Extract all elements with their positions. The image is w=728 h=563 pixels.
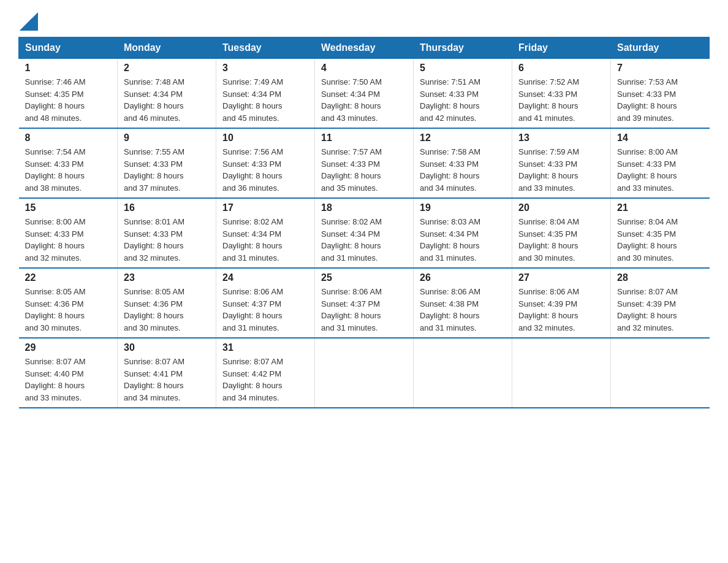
calendar-cell: 1 Sunrise: 7:46 AMSunset: 4:35 PMDayligh… — [19, 59, 118, 129]
calendar-cell: 13 Sunrise: 7:59 AMSunset: 4:33 PMDaylig… — [512, 128, 611, 198]
calendar-cell: 10 Sunrise: 7:56 AMSunset: 4:33 PMDaylig… — [216, 128, 315, 198]
day-info: Sunrise: 7:56 AMSunset: 4:33 PMDaylight:… — [222, 147, 283, 193]
calendar-cell: 29 Sunrise: 8:07 AMSunset: 4:40 PMDaylig… — [19, 338, 118, 408]
day-info: Sunrise: 8:00 AMSunset: 4:33 PMDaylight:… — [617, 147, 678, 193]
day-number: 4 — [321, 63, 407, 74]
day-number: 2 — [124, 63, 210, 74]
calendar-cell — [315, 338, 414, 408]
day-number: 22 — [25, 272, 112, 283]
calendar-cell: 19 Sunrise: 8:03 AMSunset: 4:34 PMDaylig… — [414, 198, 512, 268]
day-number: 15 — [25, 202, 112, 213]
col-wednesday: Wednesday — [315, 37, 414, 59]
day-info: Sunrise: 8:06 AMSunset: 4:39 PMDaylight:… — [518, 287, 579, 332]
calendar-header-row: Sunday Monday Tuesday Wednesday Thursday… — [19, 37, 710, 59]
calendar-cell: 31 Sunrise: 8:07 AMSunset: 4:42 PMDaylig… — [216, 338, 315, 408]
day-number: 14 — [617, 132, 703, 144]
day-number: 6 — [518, 63, 604, 74]
day-number: 10 — [222, 132, 308, 144]
calendar-week-row: 15 Sunrise: 8:00 AMSunset: 4:33 PMDaylig… — [19, 198, 710, 268]
day-info: Sunrise: 8:02 AMSunset: 4:34 PMDaylight:… — [222, 217, 283, 262]
calendar-cell: 20 Sunrise: 8:04 AMSunset: 4:35 PMDaylig… — [512, 198, 611, 268]
day-number: 24 — [222, 272, 308, 283]
day-info: Sunrise: 7:59 AMSunset: 4:33 PMDaylight:… — [518, 147, 579, 193]
day-info: Sunrise: 7:53 AMSunset: 4:33 PMDaylight:… — [617, 77, 678, 123]
logo — [18, 12, 39, 31]
day-info: Sunrise: 8:01 AMSunset: 4:33 PMDaylight:… — [124, 217, 184, 262]
col-sunday: Sunday — [19, 37, 118, 59]
calendar-week-row: 22 Sunrise: 8:05 AMSunset: 4:36 PMDaylig… — [19, 268, 710, 338]
day-number: 30 — [124, 342, 210, 353]
day-number: 18 — [321, 202, 407, 213]
day-number: 9 — [124, 132, 210, 144]
calendar-cell: 6 Sunrise: 7:52 AMSunset: 4:33 PMDayligh… — [512, 59, 611, 129]
calendar-cell: 22 Sunrise: 8:05 AMSunset: 4:36 PMDaylig… — [19, 268, 118, 338]
col-friday: Friday — [512, 37, 611, 59]
calendar-cell: 21 Sunrise: 8:04 AMSunset: 4:35 PMDaylig… — [611, 198, 710, 268]
day-info: Sunrise: 8:04 AMSunset: 4:35 PMDaylight:… — [518, 217, 579, 262]
calendar-cell: 3 Sunrise: 7:49 AMSunset: 4:34 PMDayligh… — [216, 59, 315, 129]
day-info: Sunrise: 8:07 AMSunset: 4:40 PMDaylight:… — [25, 357, 86, 402]
day-number: 21 — [617, 202, 703, 213]
day-info: Sunrise: 7:51 AMSunset: 4:33 PMDaylight:… — [420, 77, 480, 123]
day-info: Sunrise: 8:02 AMSunset: 4:34 PMDaylight:… — [321, 217, 382, 262]
calendar-week-row: 29 Sunrise: 8:07 AMSunset: 4:40 PMDaylig… — [19, 338, 710, 408]
page-header — [18, 12, 710, 31]
calendar-cell: 11 Sunrise: 7:57 AMSunset: 4:33 PMDaylig… — [315, 128, 414, 198]
day-number: 27 — [518, 272, 604, 283]
calendar-cell: 25 Sunrise: 8:06 AMSunset: 4:37 PMDaylig… — [315, 268, 414, 338]
calendar-cell — [512, 338, 611, 408]
day-number: 28 — [617, 272, 703, 283]
calendar-cell: 2 Sunrise: 7:48 AMSunset: 4:34 PMDayligh… — [118, 59, 216, 129]
calendar-cell: 16 Sunrise: 8:01 AMSunset: 4:33 PMDaylig… — [118, 198, 216, 268]
calendar-week-row: 8 Sunrise: 7:54 AMSunset: 4:33 PMDayligh… — [19, 128, 710, 198]
day-number: 31 — [222, 342, 308, 353]
day-number: 20 — [518, 202, 604, 213]
calendar-cell: 17 Sunrise: 8:02 AMSunset: 4:34 PMDaylig… — [216, 198, 315, 268]
day-info: Sunrise: 8:00 AMSunset: 4:33 PMDaylight:… — [25, 217, 86, 262]
svg-marker-1 — [20, 18, 32, 31]
calendar-cell: 12 Sunrise: 7:58 AMSunset: 4:33 PMDaylig… — [414, 128, 512, 198]
day-number: 13 — [518, 132, 604, 144]
day-number: 7 — [617, 63, 703, 74]
day-info: Sunrise: 8:06 AMSunset: 4:37 PMDaylight:… — [321, 287, 382, 332]
day-info: Sunrise: 8:07 AMSunset: 4:42 PMDaylight:… — [222, 357, 283, 402]
day-number: 29 — [25, 342, 112, 353]
day-info: Sunrise: 8:04 AMSunset: 4:35 PMDaylight:… — [617, 217, 678, 262]
day-number: 17 — [222, 202, 308, 213]
calendar-cell: 7 Sunrise: 7:53 AMSunset: 4:33 PMDayligh… — [611, 59, 710, 129]
day-info: Sunrise: 8:05 AMSunset: 4:36 PMDaylight:… — [25, 287, 86, 332]
day-info: Sunrise: 7:46 AMSunset: 4:35 PMDaylight:… — [25, 77, 86, 123]
logo-icon — [20, 12, 38, 31]
calendar-cell: 15 Sunrise: 8:00 AMSunset: 4:33 PMDaylig… — [19, 198, 118, 268]
day-info: Sunrise: 7:55 AMSunset: 4:33 PMDaylight:… — [124, 147, 184, 193]
day-number: 1 — [25, 63, 112, 74]
day-number: 8 — [25, 132, 112, 144]
calendar-cell: 27 Sunrise: 8:06 AMSunset: 4:39 PMDaylig… — [512, 268, 611, 338]
calendar-cell: 5 Sunrise: 7:51 AMSunset: 4:33 PMDayligh… — [414, 59, 512, 129]
day-info: Sunrise: 8:07 AMSunset: 4:39 PMDaylight:… — [617, 287, 678, 332]
calendar-cell: 30 Sunrise: 8:07 AMSunset: 4:41 PMDaylig… — [118, 338, 216, 408]
day-number: 16 — [124, 202, 210, 213]
calendar-cell: 9 Sunrise: 7:55 AMSunset: 4:33 PMDayligh… — [118, 128, 216, 198]
day-info: Sunrise: 8:06 AMSunset: 4:38 PMDaylight:… — [420, 287, 480, 332]
calendar-cell: 23 Sunrise: 8:05 AMSunset: 4:36 PMDaylig… — [118, 268, 216, 338]
calendar-cell: 18 Sunrise: 8:02 AMSunset: 4:34 PMDaylig… — [315, 198, 414, 268]
day-number: 26 — [420, 272, 506, 283]
day-info: Sunrise: 7:58 AMSunset: 4:33 PMDaylight:… — [420, 147, 480, 193]
day-number: 11 — [321, 132, 407, 144]
calendar-cell: 4 Sunrise: 7:50 AMSunset: 4:34 PMDayligh… — [315, 59, 414, 129]
calendar-cell: 8 Sunrise: 7:54 AMSunset: 4:33 PMDayligh… — [19, 128, 118, 198]
day-info: Sunrise: 8:06 AMSunset: 4:37 PMDaylight:… — [222, 287, 283, 332]
day-info: Sunrise: 8:07 AMSunset: 4:41 PMDaylight:… — [124, 357, 184, 402]
calendar-cell — [611, 338, 710, 408]
day-info: Sunrise: 7:54 AMSunset: 4:33 PMDaylight:… — [25, 147, 86, 193]
calendar-cell: 28 Sunrise: 8:07 AMSunset: 4:39 PMDaylig… — [611, 268, 710, 338]
calendar-cell — [414, 338, 512, 408]
col-tuesday: Tuesday — [216, 37, 315, 59]
calendar-cell: 26 Sunrise: 8:06 AMSunset: 4:38 PMDaylig… — [414, 268, 512, 338]
day-info: Sunrise: 7:48 AMSunset: 4:34 PMDaylight:… — [124, 77, 184, 123]
day-info: Sunrise: 7:50 AMSunset: 4:34 PMDaylight:… — [321, 77, 382, 123]
day-info: Sunrise: 8:03 AMSunset: 4:34 PMDaylight:… — [420, 217, 480, 262]
day-number: 3 — [222, 63, 308, 74]
day-info: Sunrise: 7:49 AMSunset: 4:34 PMDaylight:… — [222, 77, 283, 123]
